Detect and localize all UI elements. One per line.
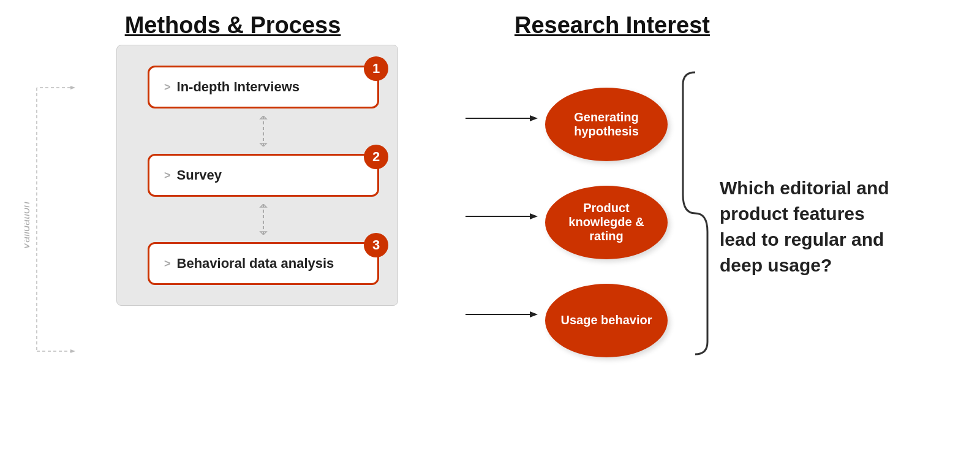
svg-marker-17 — [530, 311, 538, 317]
svg-marker-4 — [70, 349, 75, 353]
method-label-2: Survey — [177, 167, 222, 183]
ellipse-label-1: Generating hypothesis — [551, 110, 662, 139]
dashed-connector-2 — [148, 204, 379, 235]
dashed-connector-1 — [148, 116, 379, 146]
ellipse-label-3: Usage behavior — [561, 313, 652, 327]
svg-marker-1 — [70, 86, 75, 89]
left-content: Validation In-depth Interviews 1 — [24, 45, 441, 306]
validation-bracket-svg: Validation — [24, 51, 80, 394]
arrow-2 — [466, 180, 539, 253]
research-title: Research Interest — [514, 12, 710, 38]
dashed-arrow-2-svg — [254, 204, 273, 235]
svg-marker-15 — [530, 213, 538, 219]
method-number-2: 2 — [364, 145, 388, 169]
question-text: Which editorial and product features lea… — [720, 175, 903, 278]
arrow-1 — [466, 82, 539, 155]
ellipse-1: Generating hypothesis — [545, 88, 668, 161]
method-label-3: Behavioral data analysis — [177, 256, 334, 272]
method-box-3: Behavioral data analysis 3 — [148, 242, 379, 285]
content-row: Validation In-depth Interviews 1 — [0, 39, 980, 375]
method-step-1: In-depth Interviews 1 — [148, 66, 379, 108]
left-title-container: Methods & Process — [24, 12, 441, 39]
right-title-container: Research Interest — [441, 12, 980, 39]
method-step-2: Survey 2 — [148, 154, 379, 197]
titles-row: Methods & Process Research Interest — [0, 0, 980, 39]
dashed-arrow-1-svg — [254, 116, 273, 146]
question-container: Which editorial and product features lea… — [720, 151, 903, 278]
method-box-1: In-depth Interviews 1 — [148, 66, 379, 108]
methods-box: In-depth Interviews 1 Survey — [116, 45, 398, 306]
ellipse-label-2: Product knowlegde & rating — [551, 201, 662, 243]
methods-title: Methods & Process — [125, 12, 341, 38]
curly-bracket-container — [677, 60, 714, 369]
arrow-svg-3 — [466, 275, 539, 354]
svg-marker-13 — [530, 115, 538, 121]
ellipse-3: Usage behavior — [545, 284, 668, 357]
ellipse-2: Product knowlegde & rating — [545, 186, 668, 259]
method-number-3: 3 — [364, 233, 388, 257]
method-box-2: Survey 2 — [148, 154, 379, 197]
ellipses-column: Generating hypothesis Product knowlegde … — [545, 88, 668, 357]
arrow-svg-2 — [466, 177, 539, 256]
right-content: Generating hypothesis Product knowlegde … — [441, 45, 980, 369]
svg-text:Validation: Validation — [24, 202, 32, 249]
method-step-3: Behavioral data analysis 3 — [148, 242, 379, 285]
curly-bracket-svg — [677, 60, 714, 367]
arrow-3 — [466, 278, 539, 351]
method-number-1: 1 — [364, 56, 388, 81]
page-wrapper: Methods & Process Research Interest Vali… — [0, 0, 980, 475]
method-label-1: In-depth Interviews — [177, 79, 300, 95]
arrow-svg-1 — [466, 78, 539, 158]
arrows-column — [466, 82, 539, 351]
